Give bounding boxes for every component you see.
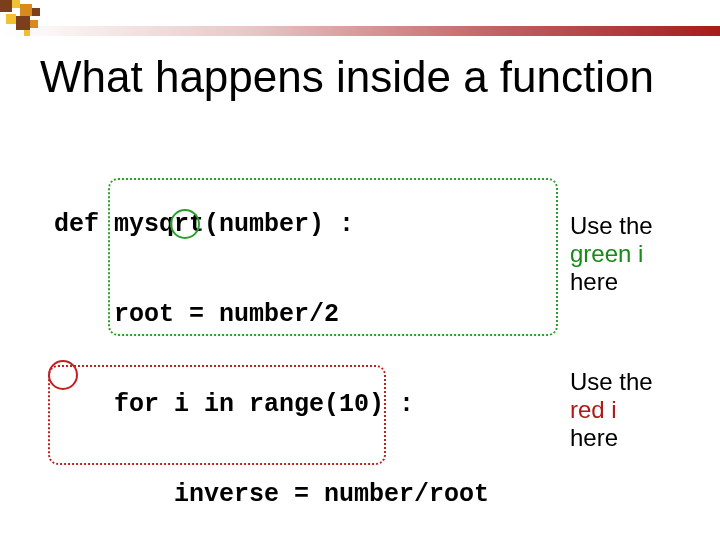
code-line: root = number/2 (54, 300, 674, 330)
annotation-green: Use the green i here (570, 212, 710, 296)
highlight-i-red (48, 360, 78, 390)
slide-title: What happens inside a function (40, 52, 690, 102)
annot-colored-word: red (570, 396, 605, 423)
annot-colored-i: i (631, 240, 643, 267)
annot-colored-i: i (605, 396, 617, 423)
code-block: def mysqrt(number) : root = number/2 for… (54, 150, 674, 540)
slide: What happens inside a function def mysqr… (0, 0, 720, 540)
annot-text: here (570, 424, 618, 451)
annotation-red: Use the red i here (570, 368, 710, 452)
annot-colored-word: green (570, 240, 631, 267)
top-gradient-bar (0, 26, 720, 36)
highlight-i-green (170, 209, 200, 239)
annot-text: Use the (570, 368, 653, 395)
annot-text: here (570, 268, 618, 295)
code-line: inverse = number/root (54, 480, 674, 510)
annot-text: Use the (570, 212, 653, 239)
